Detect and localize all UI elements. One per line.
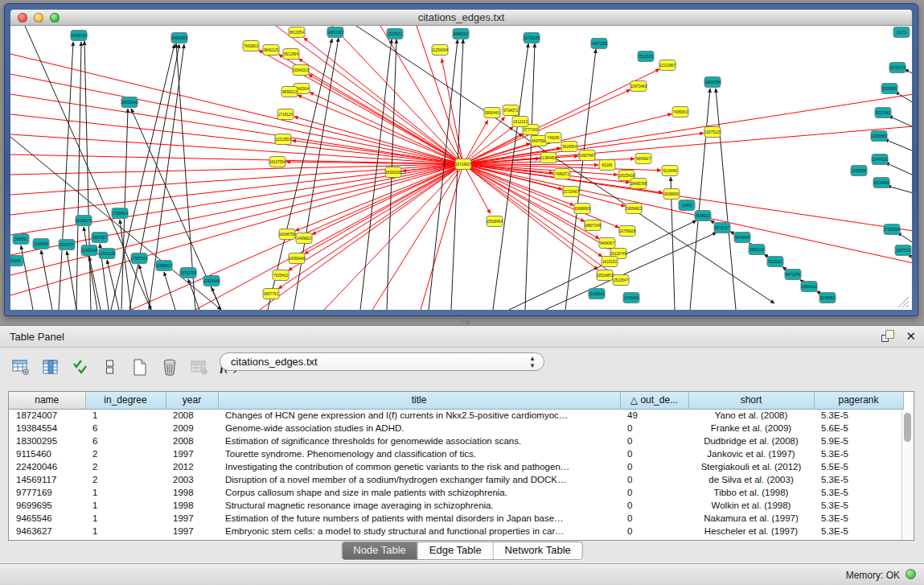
column-header-in_degree[interactable]: in_degree (85, 392, 166, 409)
graph-node[interactable]: 21364456 (540, 153, 557, 163)
graph-node[interactable]: 2935114 (749, 245, 765, 255)
graph-node[interactable]: 9890613 (281, 87, 298, 97)
graph-node[interactable]: 585051 (13, 234, 29, 245)
table-row[interactable]: 946362711997Embryonic stem cells: a mode… (9, 525, 903, 538)
graph-node[interactable]: 16046756 (279, 229, 296, 240)
float-panel-icon[interactable] (881, 330, 894, 342)
table-row[interactable]: 1456911722003Disruption of a novel membe… (9, 473, 903, 486)
graph-node[interactable]: 7632621 (767, 257, 783, 267)
graph-node[interactable]: 6497568 (531, 136, 547, 146)
window-titlebar[interactable]: citations_edges.txt (10, 10, 912, 26)
graph-node[interactable]: 16648784 (704, 77, 721, 88)
graph-node[interactable]: 9329965 (881, 84, 897, 94)
graph-node[interactable]: 9699695 (663, 189, 680, 200)
graph-node[interactable]: 12923446 (203, 276, 220, 286)
select-all-icon[interactable] (71, 357, 90, 377)
graph-node[interactable]: 7625402 (273, 270, 289, 281)
graph-node[interactable]: 3624554 (561, 142, 577, 152)
column-header-out_de[interactable]: △ out_de... (620, 392, 688, 409)
graph-node[interactable]: 16210643 (873, 178, 890, 188)
graph-node[interactable]: 17359924 (112, 208, 129, 219)
graph-node[interactable]: 7486372 (554, 169, 570, 179)
graph-node[interactable]: 746266 (545, 133, 561, 143)
graph-node[interactable]: 11172 (893, 27, 910, 38)
panel-splitter-handle[interactable] (460, 319, 470, 324)
graph-node[interactable]: 10654112 (801, 282, 818, 292)
graph-node[interactable]: 14093448 (289, 253, 306, 264)
graph-node[interactable]: 12093582 (871, 131, 888, 142)
graph-node[interactable]: 10688609 (574, 204, 591, 214)
graph-node[interactable]: 15751074 (889, 63, 906, 73)
delete-icon[interactable] (160, 357, 179, 377)
graph-node[interactable]: 10807487 (579, 150, 596, 161)
graph-node[interactable]: 2718126 (277, 109, 294, 120)
graph-node[interactable]: 2522547 (613, 275, 629, 286)
graph-node[interactable]: 9484067 (599, 238, 615, 249)
table-row[interactable]: 977716911998Corpus callosum shape and si… (9, 486, 903, 499)
graph-node[interactable]: 10653287 (327, 27, 344, 38)
rows-icon[interactable] (101, 357, 120, 377)
graph-node[interactable]: 16403 (679, 200, 695, 211)
table-row[interactable]: 1938455462009Genome-wide association stu… (9, 422, 903, 435)
graph-node[interactable]: 9245652 (819, 293, 836, 303)
graph-node[interactable]: 10719195 (524, 33, 540, 43)
graph-node[interactable]: 12213553 (275, 134, 292, 145)
graph-node[interactable]: 1156869 (33, 239, 49, 249)
graph-node[interactable]: 6679197 (714, 223, 730, 233)
graph-node[interactable]: 19654923 (626, 204, 643, 214)
graph-node[interactable]: 29053346 (121, 97, 138, 108)
graph-node[interactable]: 8466160 (453, 29, 469, 39)
column-header-title[interactable]: title (218, 392, 620, 409)
graph-node[interactable]: 18107554 (269, 157, 286, 167)
table-row[interactable]: 2242004622012Investigating the contribut… (9, 460, 903, 473)
graph-node[interactable]: 8938923 (695, 211, 711, 221)
graph-node[interactable]: 9115460 (662, 166, 678, 176)
graph-node[interactable]: 13505135 (99, 249, 116, 259)
graph-node[interactable]: 9660125 (263, 45, 279, 56)
graph-node[interactable]: 24055724 (71, 31, 88, 41)
graph-node[interactable]: 14671355 (591, 39, 608, 49)
graph-node[interactable]: 11254304 (432, 45, 449, 56)
graph-node[interactable]: 10973493 (630, 81, 647, 92)
graph-node[interactable]: 39159 (10, 256, 23, 266)
graph-node[interactable]: 1187533 (895, 245, 911, 256)
graph-node[interactable]: 18807249 (585, 220, 602, 231)
graph-node[interactable]: 1612102 (512, 117, 528, 127)
show-column-icon[interactable] (41, 357, 60, 377)
column-header-name[interactable]: name (9, 392, 85, 409)
graph-node[interactable]: 15538454 (487, 216, 503, 227)
column-header-short[interactable]: short (688, 392, 814, 409)
graph-node[interactable]: 2159558 (851, 166, 867, 176)
graph-node[interactable]: 11345194 (81, 245, 98, 256)
graph-node[interactable]: 9990443 (484, 108, 500, 118)
tab-node-table[interactable]: Node Table (342, 542, 418, 559)
tab-network-table[interactable]: Network Table (494, 542, 582, 559)
graph-node[interactable]: 17016504 (884, 225, 901, 235)
close-panel-icon[interactable]: ✕ (906, 330, 916, 342)
graph-node[interactable]: 15136141 (589, 289, 606, 299)
graph-node[interactable]: 1527602 (387, 29, 403, 39)
graph-node[interactable]: 8813054 (289, 27, 305, 38)
graph-node[interactable]: 19756928 (619, 226, 636, 237)
new-document-icon[interactable] (130, 357, 150, 377)
graph-node[interactable]: 16782759 (180, 268, 197, 278)
graph-node[interactable]: 12213967 (659, 60, 676, 71)
column-header-pagerank[interactable]: pagerank (814, 392, 903, 409)
graph-node[interactable]: 12444133 (872, 154, 889, 165)
graph-node[interactable]: 9734072 (503, 105, 519, 116)
graph-node[interactable]: 15720407 (563, 187, 580, 197)
graph-node[interactable]: 9227341 (875, 108, 891, 118)
table-row[interactable]: 969969511998Structural magnetic resonanc… (9, 499, 903, 512)
graph-node[interactable]: 9463627 (635, 154, 651, 164)
table-row[interactable]: 946554611997Estimation of the future num… (9, 512, 903, 525)
canvas-resize-grip[interactable] (898, 297, 909, 307)
graph-node[interactable]: 2942757 (59, 240, 75, 250)
table-row[interactable]: 1830029562008Estimation of significance … (9, 435, 903, 447)
graph-node[interactable]: 18724007 (455, 159, 472, 170)
graph-node[interactable]: 28495788 (630, 179, 647, 189)
tab-edge-table[interactable]: Edge Table (418, 542, 494, 559)
graph-node[interactable]: 1499822 (296, 233, 312, 244)
graph-node[interactable]: 7515526 (638, 51, 654, 62)
table-scrollbar-thumb[interactable] (904, 413, 911, 442)
graph-node[interactable]: 20206576 (76, 216, 92, 226)
